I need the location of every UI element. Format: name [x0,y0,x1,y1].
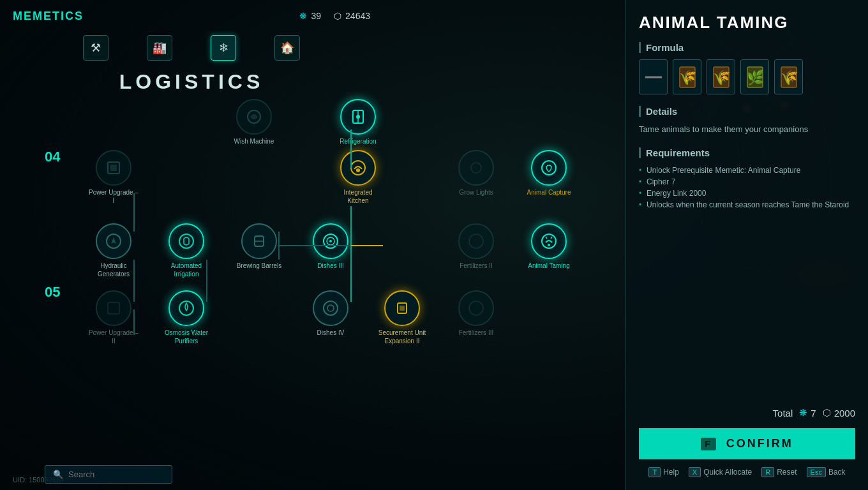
confirm-button[interactable]: F CONFIRM [639,428,855,459]
help-label: Help [663,468,679,477]
total-energy-icon: ⬡ [823,407,831,419]
quick-allocate-key: X [689,467,701,477]
reset-key: R [761,467,774,477]
search-input[interactable] [68,470,158,479]
svg-point-29 [351,161,365,175]
node-wish-machine[interactable]: Wish Machine [228,99,280,145]
action-back[interactable]: Esc Back [807,467,846,477]
node-hydraulic-gen-circle [96,223,131,259]
energy-stat: ⬡ 24643 [334,11,370,21]
details-text: Tame animals to make them your companion… [639,123,855,136]
svg-point-51 [469,301,483,315]
svg-point-48 [327,305,334,311]
category-icon-2: 🏭 [147,35,172,61]
node-auto-irrigation[interactable]: Automated Irrigation [161,223,212,278]
reset-label: Reset [777,468,797,477]
svg-point-39 [329,240,332,242]
node-dishes-4[interactable]: Dishes IV [305,290,356,337]
crystals-icon: ❋ [299,11,307,21]
category-item-3[interactable]: ❄ [211,35,236,61]
node-animal-capture[interactable]: Animal Capture [523,150,574,197]
node-dishes-4-circle [313,290,348,326]
node-power-upgrade-1[interactable]: Power Upgrade – I [88,150,139,205]
node-dishes-4-label: Dishes IV [317,329,345,337]
node-grow-lights-label: Grow Lights [459,188,493,197]
total-row: Total ❋ 7 ⬡ 2000 [639,407,855,419]
action-reset[interactable]: R Reset [761,467,797,477]
node-fertilizers-2[interactable]: Fertilizers II [451,223,502,270]
node-fertilizers-3-circle [458,290,494,326]
details-label: Details [639,106,855,117]
node-grow-lights[interactable]: Grow Lights [451,150,502,197]
node-hydraulic-gen[interactable]: Hydraulic Generators [88,223,139,278]
energy-icon: ⬡ [334,11,341,21]
formula-item-3: 🌾 [707,59,735,94]
bottom-bar: 🔍 [45,465,370,484]
svg-point-32 [542,161,556,175]
formula-item-5: 🌾 [774,59,803,94]
total-energy: ⬡ 2000 [823,407,855,419]
node-power-upgrade-2[interactable]: Power Upgrade – II [88,290,139,345]
node-osmosis-water[interactable]: Osmosis Water Purifiers [161,290,212,345]
stats-bar: ❋ 39 ⬡ 24643 [299,11,370,21]
category-icon-3: ❄ [211,35,236,61]
help-key: T [648,467,661,477]
total-energy-value: 2000 [834,408,855,419]
req-item-1: Unlock Prerequisite Memetic: Animal Capt… [639,165,855,176]
svg-text:🌾: 🌾 [780,69,798,86]
node-brewing-barrels-circle [241,223,277,259]
node-power-upgrade-1-label: Power Upgrade – I [88,188,139,205]
node-integrated-kitchen-circle [340,150,376,186]
requirements-list: Unlock Prerequisite Memetic: Animal Capt… [639,165,855,211]
req-item-4: Unlocks when the current season reaches … [639,199,855,211]
node-fertilizers-2-circle [458,223,494,259]
node-integrated-kitchen[interactable]: Integrated Kitchen [333,150,384,205]
category-item-2[interactable]: 🏭 [147,35,172,61]
confirm-label: CONFIRM [726,437,793,450]
node-hydraulic-gen-label: Hydraulic Generators [88,262,139,278]
node-brewing-barrels[interactable]: Brewing Barrels [234,223,285,270]
crystals-stat: ❋ 39 [299,11,321,21]
formula-item-4: 🌿 [740,59,769,94]
node-animal-taming-label: Animal Taming [528,262,569,270]
search-box[interactable]: 🔍 [45,465,172,484]
total-crystals: ❋ 7 [799,407,816,419]
node-dishes-3[interactable]: Dishes III [305,223,356,270]
node-refrigeration-circle [340,99,376,135]
formula-label: Formula [639,42,855,53]
info-panel: ANIMAL TAMING Formula 🌾 🌾 🌿 🌾 Details Ta… [625,0,868,490]
node-securement-unit-label: Securement Unit Expansion II [377,329,428,345]
node-grow-lights-circle [458,150,494,186]
node-power-upgrade-2-circle [96,290,131,326]
node-securement-unit[interactable]: Securement Unit Expansion II [377,290,428,345]
node-fertilizers-3[interactable]: Fertilizers III [451,290,502,337]
node-animal-capture-label: Animal Capture [527,188,571,197]
node-auto-irrigation-label: Automated Irrigation [161,262,212,278]
req-item-3: Energy Link 2000 [639,188,855,199]
category-item-4[interactable]: 🏠 [274,35,300,61]
action-help[interactable]: T Help [648,467,678,477]
svg-line-43 [546,237,547,239]
node-refrigeration[interactable]: Refrigeration [333,99,384,145]
total-crystals-icon: ❋ [799,407,807,419]
node-fertilizers-2-label: Fertilizers II [460,262,493,270]
total-label: Total [773,408,793,419]
top-bar: MEMETICS ❋ 39 ⬡ 24643 [0,0,383,32]
quick-allocate-label: Quick Allocate [703,468,752,477]
node-wish-machine-circle [236,99,272,135]
node-animal-taming[interactable]: Animal Taming [523,223,574,270]
formula-row: 🌾 🌾 🌿 🌾 [639,59,855,94]
node-securement-unit-circle [384,290,420,326]
svg-point-26 [356,115,360,119]
node-animal-taming-circle [531,223,567,259]
svg-point-30 [356,168,360,172]
node-wish-machine-label: Wish Machine [234,137,274,145]
crystals-value: 39 [311,11,321,21]
node-dishes-3-circle [313,223,348,259]
req-item-2: Cipher 7 [639,176,855,188]
action-quick-allocate[interactable]: X Quick Allocate [689,467,752,477]
row-label-04: 04 [45,149,60,165]
category-item-1[interactable]: ⚒ [83,35,108,61]
node-refrigeration-label: Refrigeration [340,137,376,145]
section-title: LOGISTICS [0,70,383,94]
